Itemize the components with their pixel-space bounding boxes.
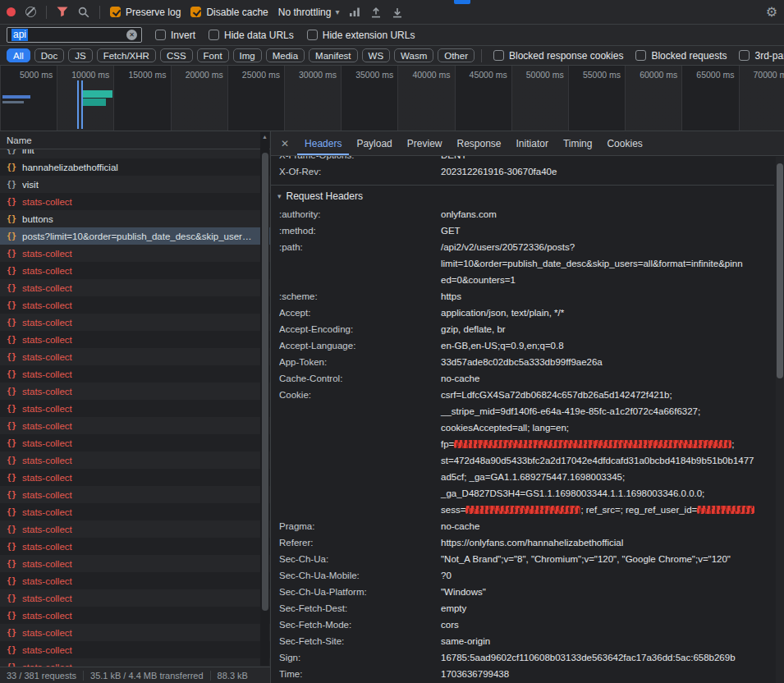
type-filter-pill[interactable]: All (7, 48, 30, 62)
type-filter-pill[interactable]: CSS (160, 48, 193, 62)
header-name: :path: (279, 239, 441, 288)
type-filter-pill[interactable]: Wasm (394, 48, 433, 62)
disclosure-triangle-icon: ▾ (277, 192, 282, 200)
request-row[interactable]: {} stats-collect (0, 452, 270, 469)
request-row[interactable]: {} stats-collect (0, 331, 270, 348)
json-braces-icon: {} (7, 456, 16, 465)
checkbox-icon (307, 30, 318, 40)
details-tab[interactable]: Initiator (509, 131, 556, 155)
request-row[interactable]: {} init (0, 149, 270, 158)
request-row[interactable]: {} stats-collect (0, 383, 270, 400)
request-headers-section-header[interactable]: ▾ Request Headers (271, 185, 774, 206)
close-icon[interactable]: ✕ (276, 138, 297, 149)
redaction-scribble (465, 506, 580, 514)
network-filter-checkbox[interactable]: 3rd-party requests (739, 50, 784, 62)
request-row[interactable]: {} stats-collect (0, 417, 270, 434)
search-icon[interactable] (78, 7, 89, 18)
request-row[interactable]: {} stats-collect (0, 607, 270, 624)
network-filter-checkbox[interactable]: Blocked requests (635, 50, 727, 62)
type-filter-pill[interactable]: Img (233, 48, 262, 62)
details-scrollbar[interactable] (776, 157, 784, 683)
type-filter-pill[interactable]: Font (197, 48, 229, 62)
gear-icon[interactable]: ⚙ (766, 6, 777, 19)
invert-checkbox[interactable]: Invert (155, 30, 195, 41)
request-row[interactable]: {} stats-collect (0, 538, 270, 555)
request-row[interactable]: {} stats-collect (0, 314, 270, 331)
request-row[interactable]: {} stats-collect (0, 296, 270, 314)
header-row: Sec-Fetch-Site: same-origin (271, 633, 774, 649)
hide-extension-urls-checkbox[interactable]: Hide extension URLs (307, 30, 415, 41)
details-tab[interactable]: Cookies (599, 131, 649, 155)
header-name: Referer: (279, 534, 441, 551)
filter-icon[interactable] (57, 7, 68, 17)
type-filter-pill[interactable]: Manifest (309, 48, 357, 62)
disable-cache-checkbox[interactable]: Disable cache (190, 7, 268, 18)
json-braces-icon: {} (7, 490, 16, 499)
request-row[interactable]: {} stats-collect (0, 245, 270, 262)
json-braces-icon: {} (7, 335, 16, 344)
request-row[interactable]: {} stats-collect (0, 279, 270, 296)
name-column-header[interactable]: Name (0, 131, 270, 149)
scroll-up-arrow-icon[interactable]: ▲ (260, 132, 269, 142)
filter-input[interactable]: api ✕ (7, 27, 142, 43)
type-filter-pill[interactable]: JS (68, 48, 92, 62)
details-tab[interactable]: Payload (349, 131, 399, 155)
request-row[interactable]: {} stats-collect (0, 365, 270, 383)
preserve-log-checkbox[interactable]: Preserve log (110, 7, 181, 18)
type-filter-pill[interactable]: Fetch/XHR (97, 48, 156, 62)
request-row[interactable]: {} buttons (0, 210, 270, 227)
header-name: Sec-Ch-Ua-Platform: (279, 584, 441, 600)
request-row[interactable]: {} stats-collect (0, 555, 270, 572)
details-tab[interactable]: Response (449, 131, 508, 155)
header-name: X-Frame-Options: (279, 156, 441, 163)
request-row[interactable]: {} stats-collect (0, 486, 270, 503)
header-value: onlyfans.com (441, 206, 774, 222)
export-har-icon[interactable] (392, 7, 403, 18)
timeline-overview[interactable]: 5000 ms10000 ms15000 ms20000 ms25000 ms3… (0, 66, 784, 131)
request-row[interactable]: {} stats-collect (0, 348, 270, 365)
network-conditions-icon[interactable] (349, 7, 360, 17)
request-row[interactable]: {} stats-collect (0, 589, 270, 607)
filter-bar: api ✕ Invert Hide data URLs Hide extensi… (0, 25, 784, 46)
details-tab[interactable]: Preview (400, 131, 450, 155)
request-list-scrollbar[interactable]: ▲ (260, 132, 269, 666)
clear-filter-icon[interactable]: ✕ (126, 30, 137, 40)
request-row[interactable]: {} hannahelizabethofficial (0, 158, 270, 176)
clear-requests-icon[interactable] (25, 7, 36, 17)
request-row[interactable]: {} stats-collect (0, 400, 270, 417)
request-name: stats-collect (22, 335, 72, 345)
type-filter-pill[interactable]: Doc (34, 48, 64, 62)
json-braces-icon: {} (7, 197, 16, 206)
request-row[interactable]: {} stats-collect (0, 641, 270, 658)
header-row: Sec-Ch-Ua-Mobile: ?0 (271, 567, 774, 584)
network-filter-checkbox[interactable]: Blocked response cookies (493, 50, 623, 62)
scrollbar-thumb[interactable] (777, 163, 783, 378)
import-har-icon[interactable] (370, 7, 382, 18)
request-row[interactable]: {} visit (0, 176, 270, 193)
request-row[interactable]: {} posts?limit=10&order=publish_date_des… (0, 227, 270, 245)
scrollbar-thumb[interactable] (262, 153, 268, 611)
request-row[interactable]: {} stats-collect (0, 262, 270, 279)
request-row[interactable]: {} stats-collect (0, 572, 270, 589)
request-row[interactable]: {} stats-collect (0, 469, 270, 486)
type-filter-pill[interactable]: Media (266, 48, 305, 62)
header-row: Sec-Ch-Ua: "Not_A Brand";v="8", "Chromiu… (271, 551, 774, 567)
request-name: stats-collect (22, 542, 72, 552)
type-filter-pill[interactable]: WS (362, 48, 391, 62)
request-row[interactable]: {} stats-collect (0, 520, 270, 538)
request-name: init (22, 149, 34, 155)
hide-data-urls-checkbox[interactable]: Hide data URLs (209, 30, 294, 41)
details-tab[interactable]: Headers (297, 131, 349, 155)
throttling-dropdown[interactable]: No throttling ▾ (278, 7, 340, 18)
record-button[interactable] (7, 7, 16, 16)
request-row[interactable]: {} stats-collect (0, 193, 270, 210)
json-braces-icon: {} (7, 559, 16, 568)
details-tab[interactable]: Timing (556, 131, 600, 155)
request-row[interactable]: {} stats-collect (0, 503, 270, 520)
request-row[interactable]: {} stats-collect (0, 434, 270, 452)
blocked-filters: Blocked response cookies Blocked request… (493, 50, 784, 62)
request-row[interactable]: {} stats-collect (0, 624, 270, 641)
type-filter-pill[interactable]: Other (438, 48, 475, 62)
json-braces-icon: {} (7, 611, 16, 620)
request-row[interactable]: {} stats-collect (0, 658, 270, 667)
